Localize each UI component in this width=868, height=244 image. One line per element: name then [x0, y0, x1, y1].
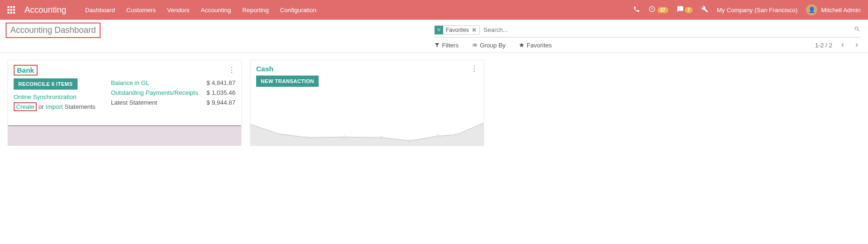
clock-icon — [649, 6, 656, 14]
debug-icon[interactable] — [701, 6, 708, 14]
outstanding-label[interactable]: Outstanding Payments/Receipts — [111, 88, 198, 98]
balance-gl-value: $ 4,841.87 — [207, 78, 235, 88]
new-transaction-button[interactable]: NEW TRANSACTION — [256, 76, 319, 87]
card-bank-title[interactable]: Bank — [17, 66, 34, 74]
svg-point-3 — [380, 137, 383, 139]
favorites-button[interactable]: Favorites — [519, 42, 552, 49]
svg-point-6 — [455, 134, 458, 136]
latest-statement-label: Latest Statement — [111, 98, 157, 108]
nav-item-customers[interactable]: Customers — [126, 7, 156, 14]
company-switcher[interactable]: My Company (San Francisco) — [717, 7, 798, 14]
app-brand: Accounting — [24, 5, 66, 15]
control-panel: Accounting Dashboard Favorites ✕ Filters — [0, 20, 868, 53]
balance-gl-label[interactable]: Balance in GL — [111, 78, 149, 88]
top-navbar: Accounting Dashboard Customers Vendors A… — [0, 0, 868, 20]
favorites-label: Favorites — [527, 42, 552, 49]
nav-right: 37 7 My Company (San Francisco) 👤 Mitche… — [633, 4, 860, 15]
card-bank-menu[interactable]: ⋮ — [228, 67, 235, 74]
avatar: 👤 — [806, 4, 817, 15]
create-statement-link[interactable]: Create — [14, 102, 37, 111]
filters-label: Filters — [442, 42, 459, 49]
filter-row: Filters Group By Favorites 1-2 / 2 — [434, 41, 861, 53]
star-icon — [519, 42, 524, 48]
search-facet-favorites: Favorites ✕ — [434, 25, 480, 35]
card-bank: Bank ⋮ RECONCILE 6 ITEMS Online Synchron… — [8, 60, 242, 146]
message-badge: 7 — [685, 7, 693, 13]
user-menu[interactable]: 👤 Mitchell Admin — [806, 4, 860, 15]
nav-item-vendors[interactable]: Vendors — [167, 7, 190, 14]
card-cash-menu[interactable]: ⋮ — [470, 65, 478, 73]
activity-badge: 37 — [657, 7, 668, 13]
nav-menu: Dashboard Customers Vendors Accounting R… — [85, 7, 316, 14]
svg-point-2 — [343, 136, 345, 138]
apps-icon[interactable] — [8, 6, 15, 14]
nav-item-dashboard[interactable]: Dashboard — [85, 7, 115, 14]
pager-next[interactable] — [853, 41, 860, 49]
statements-line: Create or Import Statements — [14, 102, 105, 112]
highlight-bank-title: Bank — [14, 65, 38, 76]
search-facet-remove[interactable]: ✕ — [471, 27, 477, 33]
bank-sparkline — [8, 122, 241, 145]
card-cash-title[interactable]: Cash — [256, 65, 274, 73]
list-icon — [472, 42, 477, 48]
online-sync-link[interactable]: Online Synchronization — [14, 92, 105, 102]
pager-text: 1-2 / 2 — [815, 42, 832, 49]
cash-sparkline — [250, 122, 484, 145]
search-facet-label: Favorites — [444, 26, 471, 34]
user-name: Mitchell Admin — [821, 7, 860, 14]
funnel-icon — [435, 26, 443, 34]
or-text: or — [37, 103, 46, 110]
page-title: Accounting Dashboard — [10, 25, 96, 35]
nav-item-configuration[interactable]: Configuration — [280, 7, 316, 14]
messaging[interactable]: 7 — [677, 6, 693, 14]
nav-item-reporting[interactable]: Reporting — [242, 7, 269, 14]
kanban-view: Bank ⋮ RECONCILE 6 ITEMS Online Synchron… — [0, 53, 868, 152]
highlight-page-title: Accounting Dashboard — [6, 23, 101, 38]
card-cash: Cash ⋮ NEW TRANSACTION — [250, 60, 484, 146]
svg-point-1 — [305, 137, 308, 139]
phone-icon[interactable] — [633, 6, 640, 14]
latest-statement-value: $ 9,944.87 — [207, 98, 235, 108]
svg-point-5 — [437, 135, 439, 137]
activity-timer[interactable]: 37 — [649, 6, 668, 14]
search-bar: Favorites ✕ — [434, 24, 861, 38]
filters-button[interactable]: Filters — [434, 42, 459, 49]
search-input[interactable] — [480, 24, 854, 35]
reconcile-button[interactable]: RECONCILE 6 ITEMS — [14, 78, 78, 90]
svg-point-4 — [408, 140, 411, 142]
nav-item-accounting[interactable]: Accounting — [201, 7, 231, 14]
filter-icon — [434, 42, 440, 48]
groupby-label: Group By — [480, 42, 506, 49]
statements-suffix: Statements — [63, 103, 95, 110]
groupby-button[interactable]: Group By — [472, 42, 506, 49]
search-icon[interactable] — [854, 26, 860, 34]
chat-icon — [677, 6, 684, 14]
outstanding-value: $ 1,035.46 — [207, 88, 235, 98]
pager-prev[interactable] — [839, 41, 846, 49]
import-statement-link[interactable]: Import — [46, 103, 63, 110]
